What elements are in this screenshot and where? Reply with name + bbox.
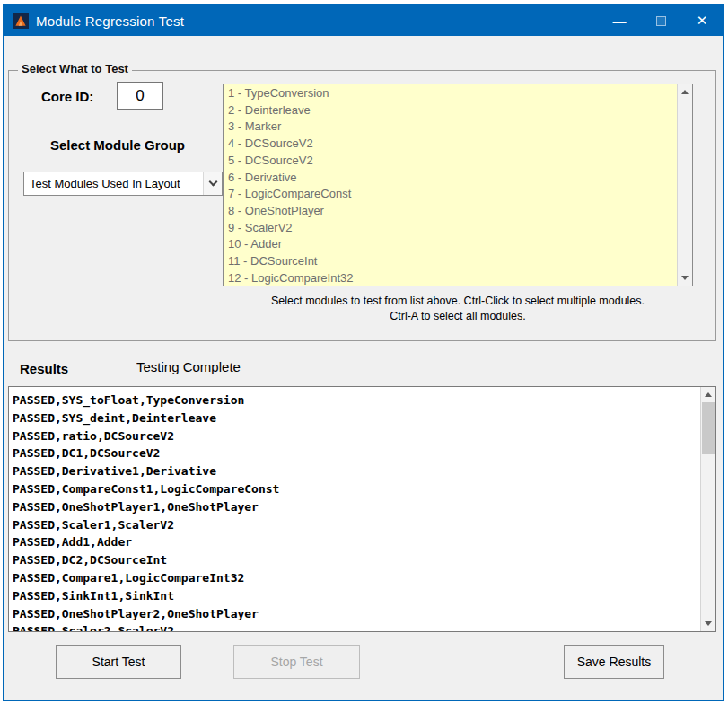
arrow-up-icon [705,392,712,397]
results-list[interactable]: PASSED,SYS_toFloat,TypeConversionPASSED,… [8,386,716,632]
module-regression-test-window: Module Regression Test — ✕ Select What t… [3,4,724,701]
result-line[interactable]: PASSED,Add1,Adder [13,533,697,551]
result-line[interactable]: PASSED,SinkInt1,SinkInt [13,587,697,605]
module-list-item[interactable]: 1 - TypeConversion [228,85,674,102]
stop-test-button[interactable]: Stop Test [233,645,360,679]
save-results-button[interactable]: Save Results [564,645,664,679]
module-list-scrollbar[interactable] [677,84,692,286]
result-line[interactable]: PASSED,Scaler2,ScalerV2 [13,622,697,632]
module-group-selected-value: Test Modules Used In Layout [30,177,203,190]
window-controls: — ✕ [599,5,723,36]
arrow-up-icon [681,90,689,94]
result-line[interactable]: PASSED,ratio,DCSourceV2 [13,427,697,445]
module-list-item[interactable]: 11 - DCSourceInt [228,253,674,270]
close-button[interactable]: ✕ [681,5,723,36]
chevron-down-icon [208,178,217,187]
core-id-input[interactable] [117,82,163,110]
results-scrollbar[interactable] [700,387,715,631]
minimize-icon: — [613,13,627,29]
help-line-2: Ctrl-A to select all modules. [223,309,693,324]
dropdown-button[interactable] [203,172,222,195]
core-id-label: Core ID: [41,89,93,104]
module-list-item[interactable]: 12 - LogicCompareInt32 [228,270,674,286]
matlab-icon [13,13,29,29]
scroll-up-button[interactable] [701,387,715,402]
module-list-item[interactable]: 2 - Deinterleave [228,102,674,119]
help-line-1: Select modules to test from list above. … [223,294,693,309]
results-label: Results [20,361,68,376]
arrow-down-icon [681,276,689,280]
module-list-item[interactable]: 8 - OneShotPlayer [228,203,674,220]
module-list[interactable]: 1 - TypeConversion2 - Deinterleave3 - Ma… [223,84,693,286]
select-what-to-test-groupbox: Select What to Test Core ID: Select Modu… [8,70,716,341]
module-group-select[interactable]: Test Modules Used In Layout [23,172,223,196]
scroll-down-button[interactable] [678,270,692,286]
window-title: Module Regression Test [36,13,184,29]
module-group-label: Select Module Group [50,137,185,153]
module-list-item[interactable]: 3 - Marker [228,119,674,136]
result-line[interactable]: PASSED,CompareConst1,LogicCompareConst [13,480,697,498]
close-icon: ✕ [697,13,708,29]
result-line[interactable]: PASSED,Compare1,LogicCompareInt32 [13,569,697,587]
result-line[interactable]: PASSED,DC1,DCSourceV2 [13,444,697,462]
groupbox-legend: Select What to Test [18,62,132,75]
module-list-help: Select modules to test from list above. … [223,294,693,324]
module-list-item[interactable]: 6 - Derivative [228,170,674,187]
start-test-button[interactable]: Start Test [56,645,181,679]
module-list-item[interactable]: 5 - DCSourceV2 [228,153,674,170]
result-line[interactable]: PASSED,Scaler1,ScalerV2 [13,516,697,534]
module-list-item[interactable]: 4 - DCSourceV2 [228,136,674,153]
result-line[interactable]: PASSED,SYS_toFloat,TypeConversion [13,392,697,409]
result-line[interactable]: PASSED,DC2,DCSourceInt [13,551,697,569]
module-list-item[interactable]: 7 - LogicCompareConst [228,186,674,203]
scrollbar-thumb[interactable] [702,402,715,454]
module-list-item[interactable]: 9 - ScalerV2 [228,220,674,237]
result-line[interactable]: PASSED,Derivative1,Derivative [13,462,697,480]
module-list-item[interactable]: 10 - Adder [228,236,674,253]
results-status: Testing Complete [136,359,241,374]
result-line[interactable]: PASSED,OneShotPlayer2,OneShotPlayer [13,605,697,623]
result-line[interactable]: PASSED,OneShotPlayer1,OneShotPlayer [13,498,697,516]
minimize-button[interactable]: — [599,5,640,36]
title-bar[interactable]: Module Regression Test — ✕ [4,5,723,36]
maximize-button[interactable] [640,5,681,36]
maximize-icon [656,16,666,26]
result-line[interactable]: PASSED,SYS_deint,Deinterleave [13,409,697,427]
arrow-down-icon [705,621,712,626]
scroll-down-button[interactable] [701,616,715,631]
scroll-up-button[interactable] [678,84,692,100]
